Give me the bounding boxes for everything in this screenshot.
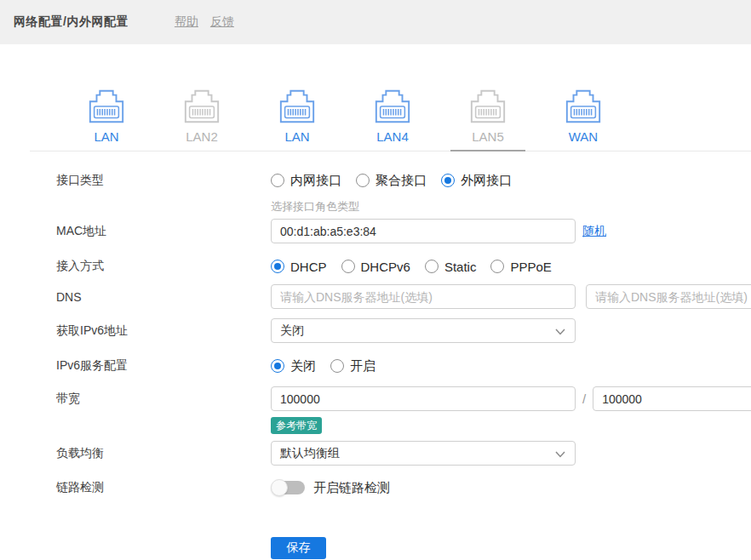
tab-lan4[interactable]: LAN4 (345, 86, 440, 151)
bandwidth-up-input[interactable] (271, 386, 576, 411)
link-detect-toggle-label: 开启链路检测 (313, 480, 390, 496)
tab-label: LAN (284, 129, 309, 144)
radio-aggregate-interface[interactable]: 聚合接口 (356, 173, 427, 189)
ethernet-port-icon (278, 88, 317, 125)
radio-icon (490, 260, 504, 273)
dns-primary-input[interactable] (271, 284, 576, 309)
radio-icon (330, 359, 344, 373)
interface-type-helper: 选择接口角色类型 (271, 199, 359, 214)
radio-icon (341, 260, 355, 273)
ipv6-address-row: 获取IPv6地址 关闭 (56, 318, 576, 343)
ipv6-service-label: IPv6服务配置 (56, 358, 271, 374)
mac-row: MAC地址 随机 (56, 219, 606, 243)
ethernet-port-icon (87, 88, 126, 125)
bandwidth-separator: / (582, 391, 586, 406)
ipv6-service-radio-group: 关闭 开启 (271, 358, 376, 374)
load-balance-row: 负载均衡 默认均衡组 (56, 441, 576, 466)
tab-label: LAN (94, 129, 118, 144)
interface-type-row: 接口类型 内网接口 聚合接口 外网接口 (56, 170, 512, 191)
radio-wan-interface[interactable]: 外网接口 (441, 173, 512, 189)
help-link[interactable]: 帮助 (175, 14, 198, 30)
mac-input[interactable] (271, 219, 576, 243)
access-mode-row: 接入方式 DHCP DHCPv6 Static PPPoE (56, 257, 552, 276)
port-tab-bar: LAN LAN2 LAN (30, 86, 751, 151)
feedback-link[interactable]: 反馈 (210, 14, 234, 30)
radio-icon (271, 174, 284, 187)
radio-lan-interface[interactable]: 内网接口 (271, 173, 341, 189)
top-bar: 网络配置/内外网配置 帮助 反馈 (0, 0, 751, 44)
reference-bandwidth-badge: 参考带宽 (271, 417, 322, 434)
config-panel: LAN LAN2 LAN (0, 44, 751, 560)
ethernet-port-icon (373, 88, 412, 125)
radio-icon (441, 174, 455, 187)
save-button[interactable]: 保存 (271, 537, 326, 559)
radio-static[interactable]: Static (425, 260, 477, 274)
tab-lan5-active[interactable]: LAN5 (440, 86, 536, 151)
bandwidth-down-input[interactable] (593, 386, 751, 411)
load-balance-select[interactable]: 默认均衡组 (271, 441, 576, 466)
tab-label: WAN (569, 129, 598, 144)
tab-label: LAN5 (472, 129, 504, 144)
access-mode-radio-group: DHCP DHCPv6 Static PPPoE (271, 260, 552, 274)
radio-ipv6-off[interactable]: 关闭 (271, 358, 316, 374)
ipv6-address-label: 获取IPv6地址 (56, 323, 271, 339)
tab-label: LAN2 (186, 129, 218, 144)
link-detect-label: 链路检测 (56, 480, 271, 495)
ethernet-port-icon (564, 88, 603, 125)
link-detect-row: 链路检测 开启链路检测 (56, 478, 390, 497)
breadcrumb-title: 网络配置/内外网配置 (14, 14, 129, 30)
chevron-down-icon (555, 329, 565, 335)
access-mode-label: 接入方式 (56, 259, 271, 274)
ethernet-port-icon (182, 88, 221, 125)
radio-icon (356, 174, 370, 187)
bandwidth-label: 带宽 (56, 391, 271, 407)
radio-icon (425, 260, 439, 273)
radio-ipv6-on[interactable]: 开启 (330, 358, 376, 374)
ipv6-service-row: IPv6服务配置 关闭 开启 (56, 357, 376, 375)
tab-label: LAN4 (376, 129, 409, 144)
radio-dhcpv6[interactable]: DHCPv6 (341, 260, 410, 274)
radio-dhcp[interactable]: DHCP (271, 260, 327, 274)
link-detect-toggle[interactable] (271, 479, 305, 496)
interface-type-label: 接口类型 (56, 173, 271, 188)
dns-secondary-input[interactable] (586, 284, 751, 309)
mac-label: MAC地址 (56, 224, 271, 239)
radio-icon (271, 260, 284, 273)
tab-wan[interactable]: WAN (536, 86, 631, 151)
tab-lan3[interactable]: LAN (249, 86, 345, 151)
radio-icon (271, 359, 284, 373)
mac-random-link[interactable]: 随机 (582, 224, 606, 239)
tab-lan1[interactable]: LAN (59, 86, 154, 151)
active-tab-underline (450, 150, 525, 151)
toggle-knob (271, 479, 288, 496)
bandwidth-row: 带宽 / (56, 386, 751, 411)
radio-pppoe[interactable]: PPPoE (490, 260, 551, 274)
dns-label: DNS (56, 290, 271, 304)
ethernet-port-icon (468, 88, 507, 125)
chevron-down-icon (555, 451, 565, 458)
tab-lan2[interactable]: LAN2 (154, 86, 249, 151)
ipv6-address-select[interactable]: 关闭 (271, 318, 576, 343)
load-balance-label: 负载均衡 (56, 446, 271, 461)
dns-row: DNS (56, 284, 751, 309)
interface-type-radio-group: 内网接口 聚合接口 外网接口 (271, 173, 512, 189)
